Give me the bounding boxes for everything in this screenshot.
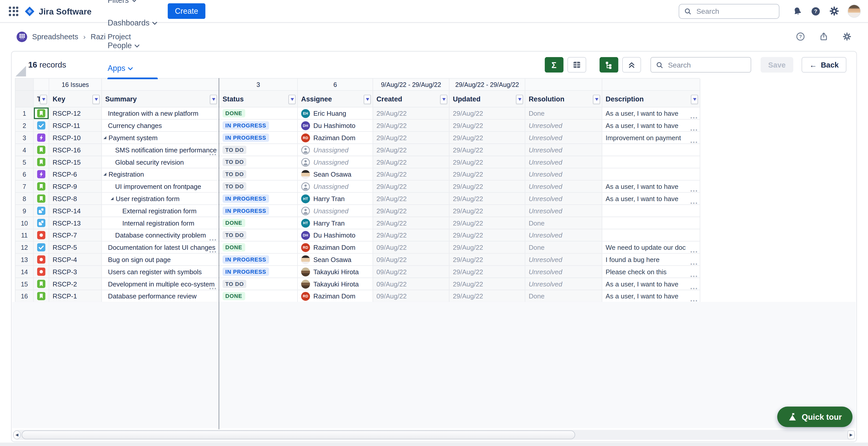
filter-button-updated[interactable] bbox=[516, 95, 523, 104]
group-cell-description[interactable] bbox=[602, 79, 701, 91]
row-number[interactable]: 8 bbox=[16, 193, 34, 205]
frozen-pane-divider[interactable] bbox=[219, 78, 219, 429]
row-number[interactable]: 9 bbox=[16, 205, 34, 217]
tree-view-button[interactable] bbox=[599, 57, 618, 72]
column-header-updated[interactable]: Updated bbox=[450, 91, 525, 107]
cell-created[interactable]: 09/Aug/22 bbox=[373, 290, 450, 302]
cell-summary[interactable]: Internal registration form bbox=[102, 217, 219, 229]
cell-type[interactable] bbox=[34, 254, 50, 266]
cell-status[interactable]: TO DO bbox=[219, 169, 298, 181]
group-cell-updated-range[interactable]: 29/Aug/22 - 29/Aug/22 bbox=[450, 79, 525, 91]
row-number[interactable]: 1 bbox=[16, 108, 34, 120]
cell-key[interactable]: RSCP-6 bbox=[49, 169, 102, 181]
cell-resolution[interactable]: Unresolved bbox=[525, 156, 602, 169]
cell-type[interactable] bbox=[34, 278, 50, 290]
cell-updated[interactable]: 29/Aug/22 bbox=[450, 266, 525, 278]
jira-logo[interactable]: Jira Software bbox=[24, 5, 91, 17]
row-number[interactable]: 6 bbox=[16, 169, 34, 181]
filter-button-summary[interactable] bbox=[210, 95, 217, 104]
cell-summary[interactable]: Bug on sign out page bbox=[102, 254, 219, 266]
global-search-input[interactable] bbox=[695, 6, 762, 16]
cell-description[interactable]: Improvement on payment••• bbox=[602, 132, 701, 144]
expander-triangle-icon[interactable] bbox=[110, 197, 114, 201]
cell-updated[interactable]: 29/Aug/22 bbox=[450, 169, 525, 181]
row-number[interactable]: 3 bbox=[16, 132, 34, 144]
cell-updated[interactable]: 29/Aug/22 bbox=[450, 254, 525, 266]
cell-type[interactable] bbox=[34, 120, 50, 132]
cell-description[interactable] bbox=[602, 205, 701, 217]
cell-assignee[interactable]: Takayuki Hirota bbox=[298, 278, 373, 290]
cell-created[interactable]: 29/Aug/22 bbox=[373, 120, 450, 132]
cell-status[interactable]: IN PROGRESS bbox=[219, 254, 298, 266]
cell-created[interactable]: 29/Aug/22 bbox=[373, 144, 450, 156]
create-button[interactable]: Create bbox=[168, 3, 206, 19]
nav-item-filters[interactable]: Filters bbox=[102, 0, 163, 11]
cell-key[interactable]: RSCP-15 bbox=[49, 156, 102, 169]
cell-assignee[interactable]: HTHarry Tran bbox=[298, 217, 373, 229]
cell-assignee[interactable]: HTHarry Tran bbox=[298, 193, 373, 205]
cell-assignee[interactable]: RDRaziman Dom bbox=[298, 242, 373, 254]
column-header-summary[interactable]: Summary bbox=[102, 91, 219, 107]
cell-assignee[interactable]: Takayuki Hirota bbox=[298, 266, 373, 278]
cell-summary[interactable]: Registration bbox=[102, 169, 219, 181]
cell-created[interactable]: 29/Aug/22 bbox=[373, 217, 450, 229]
group-cell-type[interactable] bbox=[34, 79, 50, 91]
cell-type[interactable] bbox=[34, 132, 50, 144]
settings-gear-icon[interactable] bbox=[829, 6, 839, 16]
row-number[interactable]: 15 bbox=[16, 278, 34, 290]
cell-key[interactable]: RSCP-14 bbox=[49, 205, 102, 217]
global-search[interactable] bbox=[679, 4, 780, 19]
cell-assignee[interactable]: Sean Osawa bbox=[298, 254, 373, 266]
header-corner-cell[interactable] bbox=[16, 91, 34, 107]
row-number[interactable]: 14 bbox=[16, 266, 34, 278]
cell-assignee[interactable]: Sean Osawa bbox=[298, 169, 373, 181]
page-settings-gear-icon[interactable] bbox=[842, 32, 851, 41]
cell-status[interactable]: IN PROGRESS bbox=[219, 266, 298, 278]
column-header-assignee[interactable]: Assignee bbox=[298, 91, 373, 107]
cell-description[interactable]: As a user, I want to have••• bbox=[602, 290, 701, 302]
horizontal-scrollbar[interactable]: ◀ ▶ bbox=[13, 430, 855, 440]
cell-status[interactable]: TO DO bbox=[219, 229, 298, 242]
cell-type[interactable] bbox=[34, 169, 50, 181]
column-header-resolution[interactable]: Resolution bbox=[525, 91, 602, 107]
cell-updated[interactable]: 29/Aug/22 bbox=[450, 132, 525, 144]
group-cell-assignee-count[interactable]: 6 bbox=[298, 79, 373, 91]
cell-assignee[interactable]: RDRaziman Dom bbox=[298, 132, 373, 144]
group-cell-created-range[interactable]: 9/Aug/22 - 29/Aug/22 bbox=[373, 79, 450, 91]
row-number[interactable]: 16 bbox=[16, 290, 34, 302]
breadcrumb-app-link[interactable]: Spreadsheets bbox=[32, 32, 78, 41]
cell-resolution[interactable]: Unresolved bbox=[525, 278, 602, 290]
cell-summary[interactable]: Global security revision bbox=[102, 156, 219, 169]
cell-key[interactable]: RSCP-4 bbox=[49, 254, 102, 266]
cell-key[interactable]: RSCP-11 bbox=[49, 120, 102, 132]
scrollbar-thumb[interactable] bbox=[22, 430, 575, 439]
sum-sigma-button[interactable]: Σ bbox=[545, 57, 563, 72]
cell-type[interactable] bbox=[34, 108, 50, 120]
cell-created[interactable]: 09/Aug/22 bbox=[373, 242, 450, 254]
cell-created[interactable]: 09/Aug/22 bbox=[373, 266, 450, 278]
column-header-status[interactable]: Status bbox=[219, 91, 298, 107]
cell-summary[interactable]: Users can register with symbols bbox=[102, 266, 219, 278]
cell-status[interactable]: IN PROGRESS bbox=[219, 120, 298, 132]
cell-summary[interactable]: Payment system bbox=[102, 132, 219, 144]
row-number[interactable]: 2 bbox=[16, 120, 34, 132]
cell-resolution[interactable]: Unresolved bbox=[525, 144, 602, 156]
select-all-corner-triangle[interactable] bbox=[16, 66, 26, 77]
help-icon[interactable]: ? bbox=[811, 6, 820, 16]
cell-summary[interactable]: User registration form bbox=[102, 193, 219, 205]
cell-assignee[interactable]: DHDu Hashimoto bbox=[298, 229, 373, 242]
cell-key[interactable]: RSCP-16 bbox=[49, 144, 102, 156]
cell-description[interactable]: As a user, I want to have••• bbox=[602, 278, 701, 290]
cell-assignee[interactable]: DHDu Hashimoto bbox=[298, 120, 373, 132]
user-avatar[interactable] bbox=[848, 5, 860, 17]
cell-description[interactable]: As a user, I want to have••• bbox=[602, 120, 701, 132]
cell-key[interactable]: RSCP-9 bbox=[49, 181, 102, 193]
cell-updated[interactable]: 29/Aug/22 bbox=[450, 242, 525, 254]
cell-description[interactable] bbox=[602, 169, 701, 181]
cell-key[interactable]: RSCP-7 bbox=[49, 229, 102, 242]
sheet-search-input[interactable] bbox=[667, 60, 739, 69]
filter-button-resolution[interactable] bbox=[593, 95, 600, 104]
app-switcher-icon[interactable] bbox=[9, 6, 18, 16]
filter-button-status[interactable] bbox=[288, 95, 296, 104]
sheet-search[interactable] bbox=[650, 57, 751, 72]
